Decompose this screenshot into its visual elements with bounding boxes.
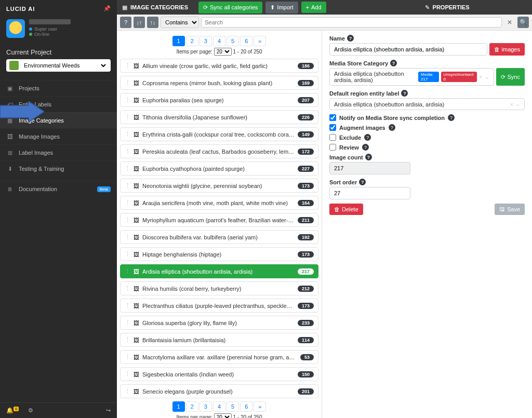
category-item[interactable]: ⋮🖼Neonotonia wightii (glycine, perennial… bbox=[120, 179, 318, 193]
drag-handle-icon[interactable]: ⋮ bbox=[125, 354, 130, 360]
drag-handle-icon[interactable]: ⋮ bbox=[125, 234, 130, 240]
page-3[interactable]: 3 bbox=[200, 401, 212, 412]
category-item[interactable]: ⋮🖼Ardisia elliptica (shoebutton ardisia,… bbox=[120, 264, 318, 278]
images-button[interactable]: 🗑images bbox=[489, 43, 525, 56]
augment-checkbox[interactable] bbox=[329, 124, 336, 131]
page-1[interactable]: 1 bbox=[172, 401, 185, 412]
sort-order-input[interactable] bbox=[329, 187, 410, 199]
items-per-page-select-bottom[interactable]: 20 bbox=[214, 413, 232, 418]
drag-handle-icon[interactable]: ⋮ bbox=[125, 217, 130, 223]
help-icon[interactable]: ? bbox=[362, 144, 369, 151]
settings-icon[interactable]: ⚙ bbox=[28, 407, 33, 414]
help-icon[interactable]: ? bbox=[401, 90, 408, 97]
sort-asc-icon[interactable]: ↓↑ bbox=[134, 17, 145, 28]
import-button[interactable]: ⬆Import bbox=[265, 2, 298, 14]
sort-desc-icon[interactable]: ↑↓ bbox=[147, 17, 158, 28]
category-item[interactable]: ⋮🖼Tithonia diversifolia (Japanese sunflo… bbox=[120, 110, 318, 124]
pin-icon[interactable]: 📌 bbox=[103, 5, 111, 12]
media-category-select[interactable]: Ardisia elliptica (shoebutton ardisia, a… bbox=[329, 68, 494, 86]
review-checkbox[interactable] bbox=[329, 144, 336, 151]
page-1[interactable]: 1 bbox=[172, 36, 185, 46]
search-input[interactable] bbox=[201, 17, 502, 28]
category-item[interactable]: ⋮🖼Myriophyllum aquaticum (parrot's feath… bbox=[120, 213, 318, 227]
drag-handle-icon[interactable]: ⋮ bbox=[125, 285, 130, 292]
project-dropdown[interactable]: Environmental Weeds bbox=[22, 62, 108, 69]
category-item[interactable]: ⋮🖼Dioscorea bulbifera var. bulbifera (ae… bbox=[120, 230, 318, 244]
clear-icon[interactable]: × bbox=[479, 74, 482, 80]
category-item[interactable]: ⋮🖼Brillantaisia lamium (brillantaisia)11… bbox=[120, 333, 318, 347]
clear-search-icon[interactable]: ✕ bbox=[504, 19, 515, 26]
page-6[interactable]: 6 bbox=[240, 401, 252, 412]
drag-handle-icon[interactable]: ⋮ bbox=[125, 251, 130, 258]
search-icon[interactable]: 🔍 bbox=[517, 17, 529, 28]
nav-projects[interactable]: ▣Projects bbox=[0, 80, 117, 96]
page-2[interactable]: 2 bbox=[186, 401, 198, 412]
page-5[interactable]: 5 bbox=[227, 401, 239, 412]
filter-mode-select[interactable]: Contains bbox=[161, 17, 199, 28]
drag-handle-icon[interactable]: ⋮ bbox=[125, 62, 130, 69]
page-4[interactable]: 4 bbox=[213, 401, 225, 412]
help-icon[interactable]: ? bbox=[390, 60, 397, 66]
help-icon[interactable]: ? bbox=[364, 134, 371, 141]
drag-handle-icon[interactable]: ⋮ bbox=[125, 199, 130, 206]
help-icon[interactable]: ? bbox=[347, 35, 354, 42]
exclude-checkbox[interactable] bbox=[329, 134, 336, 141]
category-item[interactable]: ⋮🖼Erythrina crista-galli (cockspur coral… bbox=[120, 127, 318, 141]
name-input[interactable] bbox=[329, 43, 487, 56]
drag-handle-icon[interactable]: ⋮ bbox=[125, 79, 130, 86]
clear-icon[interactable]: × bbox=[510, 101, 513, 107]
page-2[interactable]: 2 bbox=[186, 36, 198, 46]
add-button[interactable]: +Add bbox=[301, 2, 326, 13]
category-item[interactable]: ⋮🖼Araujia sericifera (moth vine, moth pl… bbox=[120, 196, 318, 210]
category-item[interactable]: ⋮🖼Rivina humilis (coral berry, turkeyber… bbox=[120, 281, 318, 295]
drag-handle-icon[interactable]: ⋮ bbox=[125, 268, 130, 275]
help-icon[interactable]: ? bbox=[120, 17, 131, 28]
page-6[interactable]: 6 bbox=[240, 36, 252, 46]
category-item[interactable]: ⋮🖼Senecio elegans (purple groundsel)201 bbox=[120, 384, 318, 398]
nav-testing-training[interactable]: ⬇Testing & Training bbox=[0, 160, 117, 177]
help-icon[interactable]: ? bbox=[448, 114, 455, 121]
chevron-down-icon[interactable]: ⌄ bbox=[515, 101, 520, 107]
category-item[interactable]: ⋮🖼Plectranthus ciliatus (purple-leaved p… bbox=[120, 299, 318, 313]
save-button[interactable]: 🖫Save bbox=[495, 204, 525, 215]
category-item[interactable]: ⋮🖼Macrotyloma axillare var. axillare (pe… bbox=[120, 350, 318, 364]
category-item[interactable]: ⋮🖼Coprosma repens (mirror bush, looking … bbox=[120, 76, 318, 90]
nav-documentation[interactable]: 🗎DocumentationBeta bbox=[0, 181, 117, 197]
page-3[interactable]: 3 bbox=[200, 36, 212, 46]
category-item[interactable]: ⋮🖼Euphorbia cyathophora (painted spurge)… bbox=[120, 161, 318, 176]
drag-handle-icon[interactable]: ⋮ bbox=[125, 336, 130, 343]
page-4[interactable]: 4 bbox=[213, 36, 225, 46]
category-item[interactable]: ⋮🖼Euphorbia paralias (sea spurge)207 bbox=[120, 93, 318, 107]
drag-handle-icon[interactable]: ⋮ bbox=[125, 182, 130, 189]
drag-handle-icon[interactable]: ⋮ bbox=[125, 131, 130, 138]
drag-handle-icon[interactable]: ⋮ bbox=[125, 97, 130, 103]
notify-checkbox[interactable] bbox=[329, 114, 336, 121]
category-item[interactable]: ⋮🖼Sigesbeckia orientalis (Indian weed)15… bbox=[120, 367, 318, 381]
help-icon[interactable]: ? bbox=[389, 124, 395, 131]
chevron-down-icon[interactable]: ⌄ bbox=[485, 74, 489, 80]
nav-label-images[interactable]: ⊞Label Images bbox=[0, 144, 117, 160]
drag-handle-icon[interactable]: ⋮ bbox=[125, 371, 130, 377]
drag-handle-icon[interactable]: ⋮ bbox=[125, 114, 130, 120]
region-entity-select[interactable]: Ardisia elliptica (shoebutton ardisia, a… bbox=[329, 98, 525, 110]
help-icon[interactable]: ? bbox=[365, 154, 372, 160]
category-item[interactable]: ⋮🖼Allium vineale (crow garlic, wild garl… bbox=[120, 59, 318, 73]
page-»[interactable]: » bbox=[254, 401, 266, 412]
page-5[interactable]: 5 bbox=[227, 36, 239, 46]
category-item[interactable]: ⋮🖼Gloriosa superba (glory lily, flame li… bbox=[120, 316, 318, 330]
drag-handle-icon[interactable]: ⋮ bbox=[125, 148, 130, 155]
delete-button[interactable]: 🗑Delete bbox=[329, 204, 363, 215]
page-»[interactable]: » bbox=[254, 36, 266, 46]
category-item[interactable]: ⋮🖼Hiptage benghalensis (hiptage)173 bbox=[120, 247, 318, 261]
sync-button[interactable]: ⟳Sync bbox=[496, 68, 525, 86]
project-selector[interactable]: Environmental Weeds bbox=[6, 59, 111, 72]
notifications-icon[interactable]: 🔔0 bbox=[6, 407, 19, 414]
items-per-page-select[interactable]: 20 bbox=[214, 48, 232, 56]
help-icon[interactable]: ? bbox=[359, 179, 366, 185]
drag-handle-icon[interactable]: ⋮ bbox=[125, 319, 130, 326]
drag-handle-icon[interactable]: ⋮ bbox=[125, 388, 130, 395]
drag-handle-icon[interactable]: ⋮ bbox=[125, 302, 130, 309]
nav-manage-images[interactable]: 🖼Manage Images bbox=[0, 128, 117, 144]
drag-handle-icon[interactable]: ⋮ bbox=[125, 165, 130, 172]
logout-icon[interactable]: ↪ bbox=[106, 407, 111, 414]
